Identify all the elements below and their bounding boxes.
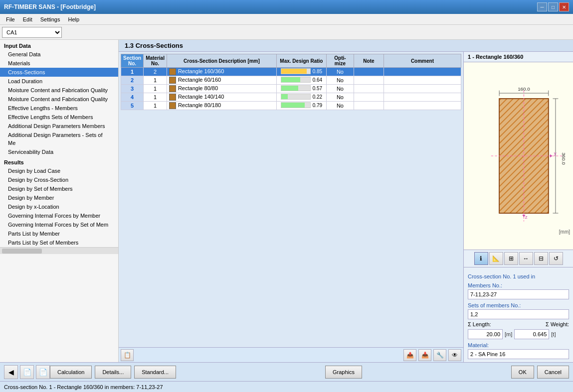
table-view-button[interactable]: 👁 (448, 349, 461, 361)
material-label: Material: (468, 342, 569, 348)
sidebar-item-moisture2[interactable]: Moisture Content and Fabrication Quality (0, 95, 118, 104)
table-row[interactable]: 31Rectangle 80/800.57No (121, 85, 461, 93)
sidebar-item-design-cross-section[interactable]: Design by Cross-Section (0, 175, 118, 184)
weight-unit: [t] (551, 331, 556, 337)
table-row[interactable]: 51Rectangle 80/1800.79No (121, 102, 461, 110)
cell-note (354, 68, 383, 76)
preview-rotate-button[interactable]: ↺ (549, 252, 563, 265)
main-panel: 1.3 Cross-Sections Section No. Material … (119, 40, 573, 362)
members-no-label: Members No.: (468, 282, 569, 288)
cancel-button[interactable]: Cancel (537, 366, 569, 379)
sidebar-scrollbar[interactable] (0, 247, 118, 254)
sets-label: Sets of members No.: (468, 302, 569, 308)
footer-page1-button[interactable]: 📄 (20, 365, 34, 379)
sidebar-item-design-load-case[interactable]: Design by Load Case (0, 166, 118, 175)
cell-description: Rectangle 60/160 (167, 76, 276, 85)
footer-page2-button[interactable]: 📄 (36, 365, 50, 379)
cell-ratio: 0.22 (276, 93, 326, 102)
standard-button[interactable]: Standard... (134, 366, 176, 379)
members-no-input[interactable] (468, 289, 569, 299)
toolbar-row: CA1 (0, 25, 573, 40)
cell-section-no: 5 (121, 102, 144, 110)
cell-note (354, 93, 383, 102)
sidebar-item-eff-lengths-members[interactable]: Effective Lengths - Members (0, 104, 118, 113)
sidebar-item-eff-lengths-sets[interactable]: Effective Lengths Sets of Members (0, 113, 118, 122)
sidebar-item-add-params-sets[interactable]: Additional Design Parameters - Sets of M… (0, 131, 118, 147)
menu-bar: File Edit Settings Help (0, 14, 573, 25)
sidebar-item-general-data[interactable]: General Data (0, 50, 118, 59)
section-preview-title: 1 - Rectangle 160/360 (464, 52, 573, 62)
cell-comment (383, 68, 461, 76)
cell-comment (383, 102, 461, 110)
weight-label: Σ Weight: (546, 321, 569, 327)
results-label: Results (0, 158, 118, 166)
menu-help[interactable]: Help (64, 15, 83, 23)
table-import-button[interactable]: 📋 (121, 349, 134, 361)
close-button[interactable]: ✕ (559, 2, 569, 11)
sidebar-item-moisture1[interactable]: Moisture Content and Fabrication Quality (0, 86, 118, 95)
calculation-button[interactable]: Calculation (50, 366, 92, 379)
cell-section-no: 1 (121, 68, 144, 76)
cross-section-used-label: Cross-section No. 1 used in (468, 273, 569, 279)
table-settings-button[interactable]: 🔧 (433, 349, 446, 361)
maximize-button[interactable]: □ (548, 2, 558, 11)
col-header-comment: Comment (383, 54, 461, 68)
footer-back-button[interactable]: ◀ (4, 365, 18, 379)
sidebar-item-parts-set[interactable]: Parts List by Set of Members (0, 238, 118, 247)
cell-note (354, 85, 383, 93)
menu-settings[interactable]: Settings (36, 15, 64, 23)
cell-comment (383, 76, 461, 85)
details-button[interactable]: Details... (95, 366, 131, 379)
cell-optimize: No (326, 102, 354, 110)
sidebar-item-materials[interactable]: Materials (0, 59, 118, 68)
title-text: RF-TIMBER SANS - [Footbridge] (4, 3, 96, 10)
cell-optimize: No (326, 85, 354, 93)
preview-resize-button[interactable]: ↔ (519, 252, 533, 265)
sidebar-item-design-set-members[interactable]: Design by Set of Members (0, 184, 118, 193)
table-row[interactable]: 41Rectangle 140/1400.22No (121, 93, 461, 102)
sidebar-item-governing-set[interactable]: Governing Internal Forces by Set of Mem (0, 220, 118, 229)
sets-input[interactable] (468, 309, 569, 319)
material-input[interactable] (468, 349, 569, 359)
col-header-note: Note (354, 54, 383, 68)
preview-measure-button[interactable]: 📐 (489, 252, 503, 265)
sidebar-item-cross-sections[interactable]: Cross-Sections (0, 68, 118, 77)
cell-description: Rectangle 80/180 (167, 102, 276, 110)
table-row[interactable]: 12Rectangle 160/3600.85No (121, 68, 461, 76)
table-bottom-left: 📋 (121, 349, 134, 361)
cell-section-no: 2 (121, 76, 144, 85)
table-save-button[interactable]: 📥 (418, 349, 431, 361)
length-input[interactable] (468, 329, 503, 339)
sidebar-item-parts-member[interactable]: Parts List by Member (0, 229, 118, 238)
length-row: Σ Length: Σ Weight: (468, 321, 569, 327)
table-row[interactable]: 21Rectangle 60/1600.64No (121, 76, 461, 85)
title-buttons: ─ □ ✕ (537, 2, 569, 11)
col-header-ratio: Max. Design Ratio (276, 54, 326, 68)
minimize-button[interactable]: ─ (537, 2, 547, 11)
cell-note (354, 76, 383, 85)
cross-sections-table: Section No. Material No. Cross-Section D… (121, 54, 461, 110)
ca-combo[interactable]: CA1 (2, 27, 62, 38)
footer-right: OK Cancel (511, 366, 569, 379)
sidebar-item-load-duration[interactable]: Load Duration (0, 77, 118, 86)
info-panel: Cross-section No. 1 used in Members No.:… (464, 267, 573, 362)
preview-grid-button[interactable]: ⊞ (504, 252, 518, 265)
mm-label: [mm] (559, 229, 570, 235)
sidebar-item-design-x-location[interactable]: Design by x-Location (0, 202, 118, 211)
sidebar-item-design-member[interactable]: Design by Member (0, 193, 118, 202)
cell-description: Rectangle 160/360 (167, 68, 276, 76)
title-bar: RF-TIMBER SANS - [Footbridge] ─ □ ✕ (0, 0, 573, 14)
sidebar-item-serviceability[interactable]: Serviceability Data (0, 147, 118, 156)
preview-fit-button[interactable]: ⊟ (534, 252, 548, 265)
input-data-label: Input Data (0, 42, 118, 50)
svg-text:y: y (554, 150, 557, 156)
table-export-button[interactable]: 📤 (403, 349, 416, 361)
sidebar-item-add-params-members[interactable]: Additional Design Parameters Members (0, 122, 118, 131)
graphics-button[interactable]: Graphics (325, 366, 362, 379)
menu-file[interactable]: File (2, 15, 19, 23)
weight-input[interactable] (514, 329, 549, 339)
ok-button[interactable]: OK (511, 366, 534, 379)
sidebar-item-governing-member[interactable]: Governing Internal Forces by Member (0, 211, 118, 220)
menu-edit[interactable]: Edit (19, 15, 36, 23)
preview-info-button[interactable]: ℹ (474, 252, 488, 265)
